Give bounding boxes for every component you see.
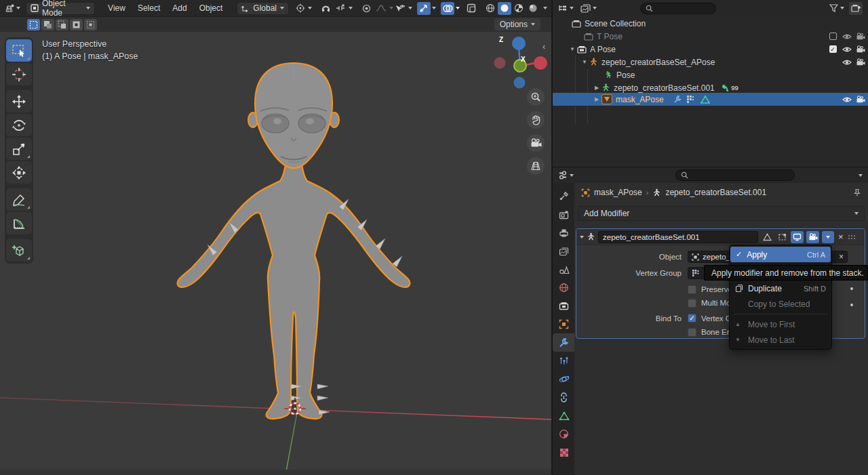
- tab-material[interactable]: [553, 425, 575, 443]
- close-modifier-icon[interactable]: ×: [837, 232, 845, 242]
- menu-item-move-to-last[interactable]: ▼ Move to Last: [730, 332, 831, 348]
- tab-render[interactable]: [553, 205, 575, 224]
- tab-view-layer[interactable]: [553, 242, 575, 260]
- editor-type-selector[interactable]: [4, 4, 20, 13]
- outliner-filter[interactable]: [829, 4, 844, 12]
- modifier-name-field[interactable]: zepeto_creatorBaseSet.001: [598, 231, 758, 243]
- disclosure-open-icon[interactable]: ▼: [568, 46, 577, 52]
- snap-target-icon[interactable]: [334, 2, 347, 15]
- decorator-dot[interactable]: [850, 304, 853, 306]
- transform-orientation[interactable]: Global: [237, 2, 289, 15]
- hide-eye-icon[interactable]: [841, 56, 853, 68]
- menu-add[interactable]: Add: [166, 3, 193, 13]
- vertex-groups-checkbox[interactable]: ✓: [688, 314, 696, 323]
- select-invert-icon[interactable]: [70, 19, 83, 30]
- mode-selector[interactable]: Object Mode: [26, 2, 95, 15]
- tab-texture[interactable]: [553, 443, 575, 461]
- hide-eye-icon[interactable]: [841, 43, 853, 56]
- chevron-down-icon[interactable]: [859, 174, 863, 177]
- tool-transform[interactable]: [6, 161, 32, 184]
- collection-checkbox[interactable]: ✓: [827, 43, 839, 56]
- tab-constraints[interactable]: [553, 388, 575, 407]
- outliner-row-mask-selected[interactable]: ▶ mask_APose: [553, 93, 868, 106]
- tab-output[interactable]: [553, 224, 575, 242]
- on-cage-icon[interactable]: [776, 231, 788, 243]
- menu-item-duplicate[interactable]: Duplicate Shift D: [730, 281, 831, 296]
- shading-solid-icon[interactable]: [498, 2, 511, 15]
- tab-scene[interactable]: [553, 260, 575, 278]
- tool-select-box[interactable]: [6, 39, 32, 62]
- tool-scale[interactable]: [6, 138, 32, 160]
- disclosure-closed-icon[interactable]: ▶: [592, 96, 601, 102]
- shading-rendered-icon[interactable]: [526, 2, 540, 15]
- add-modifier-dropdown[interactable]: Add Modifier: [578, 206, 865, 221]
- breadcrumb-object[interactable]: mask_APose: [594, 188, 642, 197]
- disable-render-icon[interactable]: [854, 56, 867, 68]
- proportional-falloff-icon[interactable]: [374, 2, 388, 15]
- modifier-extras-dropdown[interactable]: [822, 231, 834, 243]
- object-visibility-control[interactable]: [393, 2, 412, 15]
- outliner-editor-selector[interactable]: [558, 4, 574, 13]
- breadcrumb-modifier[interactable]: zepeto_creatorBaseSet.001: [665, 188, 766, 197]
- disable-render-icon[interactable]: [854, 43, 867, 56]
- display-render-icon[interactable]: [806, 231, 819, 243]
- properties-search-input[interactable]: [675, 169, 795, 181]
- menu-item-copy-to-selected[interactable]: Copy to Selected: [730, 296, 831, 312]
- gizmo-neg-z[interactable]: [514, 77, 526, 89]
- decorator-dot[interactable]: [850, 287, 853, 290]
- proportional-edit-icon[interactable]: [359, 2, 373, 15]
- display-viewport-icon[interactable]: [791, 231, 804, 243]
- outliner-row-scene-collection[interactable]: Scene Collection: [553, 17, 868, 30]
- select-extend-icon[interactable]: [41, 19, 54, 30]
- hide-eye-icon[interactable]: [841, 30, 853, 43]
- sidebar-toggle[interactable]: ‹: [542, 41, 545, 51]
- overlays-control[interactable]: [441, 2, 460, 15]
- tab-object-data[interactable]: [553, 407, 575, 425]
- tool-measure[interactable]: [6, 212, 32, 234]
- tool-annotate[interactable]: [6, 188, 32, 211]
- viewport-3d[interactable]: User Perspective (1) A Pose | mask_APose: [0, 32, 551, 475]
- show-in-editmode-icon[interactable]: [761, 231, 773, 243]
- outliner-row-armature-object[interactable]: ▼ zepeto_creatorBaseSet_APose: [553, 56, 868, 68]
- disclosure-closed-icon[interactable]: ▶: [592, 85, 601, 91]
- disclosure-open-icon[interactable]: ▼: [580, 59, 589, 65]
- menu-select[interactable]: Select: [132, 3, 166, 13]
- shading-material-icon[interactable]: [512, 2, 526, 15]
- clear-object-icon[interactable]: ×: [839, 252, 844, 262]
- drag-handle-icon[interactable]: [848, 234, 856, 240]
- tab-collection[interactable]: [553, 297, 575, 315]
- pan-view-icon[interactable]: [527, 111, 545, 129]
- menu-view[interactable]: View: [102, 3, 132, 13]
- zoom-view-icon[interactable]: [527, 88, 545, 106]
- character-model[interactable]: [178, 63, 410, 419]
- menu-item-move-to-first[interactable]: ▲ Move to First: [730, 316, 831, 332]
- outliner-row-a-pose[interactable]: ▼ A Pose ✓: [553, 43, 868, 56]
- panel-expand-icon[interactable]: [580, 236, 584, 239]
- outliner-row-pose[interactable]: Pose: [553, 68, 868, 81]
- select-set-icon[interactable]: [27, 19, 40, 30]
- tab-particles[interactable]: [553, 352, 575, 370]
- gizmo-x[interactable]: [534, 56, 547, 70]
- tool-cursor[interactable]: [6, 63, 32, 85]
- properties-editor-selector[interactable]: [558, 171, 574, 180]
- select-intersect-icon[interactable]: [84, 19, 97, 30]
- collection-checkbox[interactable]: [827, 30, 839, 43]
- preserve-volume-checkbox[interactable]: [688, 285, 696, 294]
- menu-object[interactable]: Object: [193, 3, 229, 13]
- disable-render-icon[interactable]: [854, 94, 867, 106]
- hide-eye-icon[interactable]: [841, 94, 853, 106]
- pivot-point-selector[interactable]: [296, 3, 312, 13]
- outliner-search-input[interactable]: [640, 3, 716, 14]
- camera-view-icon[interactable]: [527, 134, 545, 152]
- orthographic-toggle-icon[interactable]: [527, 157, 545, 175]
- new-collection-button[interactable]: [849, 2, 863, 15]
- snap-magnet-icon[interactable]: [319, 2, 332, 15]
- tab-physics[interactable]: [553, 370, 575, 388]
- tab-world[interactable]: [553, 278, 575, 297]
- menu-item-apply[interactable]: ✓ Apply Ctrl A: [730, 247, 831, 262]
- outliner-row-t-pose[interactable]: T Pose: [553, 30, 868, 43]
- tool-move[interactable]: [6, 90, 32, 112]
- gizmos-control[interactable]: [417, 2, 436, 15]
- pin-icon[interactable]: [853, 188, 861, 197]
- multi-modifier-checkbox[interactable]: [688, 299, 696, 308]
